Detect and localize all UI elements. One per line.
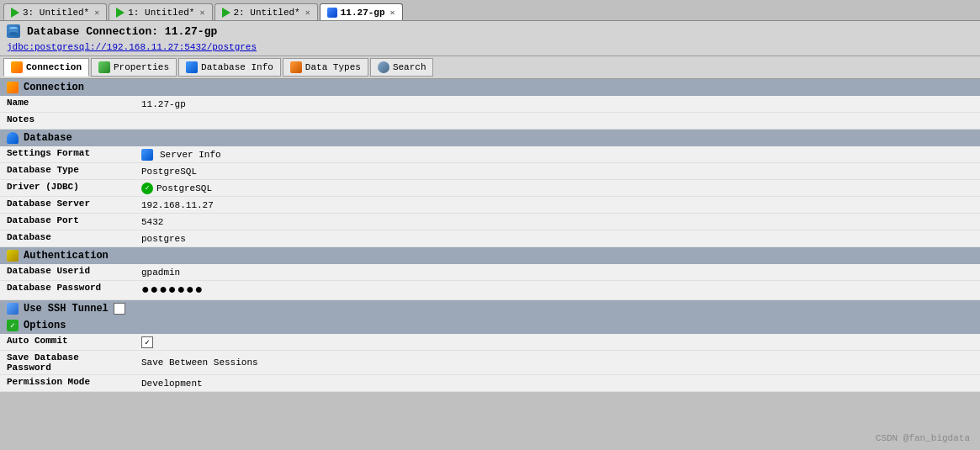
nav-tab-data-types[interactable]: Data Types	[283, 58, 368, 77]
tab-3-icon	[11, 8, 19, 18]
auto-commit-row: Auto Commit ✓	[0, 334, 980, 351]
password-dots: ●●●●●●●	[141, 283, 204, 298]
auth-section-title: Authentication	[24, 250, 109, 262]
db-connection-icon	[7, 24, 20, 38]
permission-mode-value: Development	[135, 375, 980, 391]
options-section-header: ✓ Options	[0, 317, 980, 334]
notes-row: Notes	[0, 113, 980, 130]
options-section-icon: ✓	[7, 320, 19, 331]
svg-point-2	[9, 32, 18, 35]
watermark: CSDN @fan_bigdata	[876, 433, 970, 443]
auto-commit-value: ✓	[135, 334, 980, 350]
db-port-row: Database Port 5432	[0, 214, 980, 230]
userid-label: Database Userid	[0, 264, 135, 280]
auto-commit-label: Auto Commit	[0, 334, 135, 350]
auth-section-header: Authentication	[0, 247, 980, 264]
settings-format-value: Server Info	[135, 146, 980, 162]
settings-format-label: Settings Format	[0, 146, 135, 162]
save-password-value: Save Between Sessions	[135, 351, 980, 374]
tab-active-label: 11.27-gp	[341, 8, 385, 18]
password-value: ●●●●●●●	[135, 281, 980, 299]
settings-format-row: Settings Format Server Info	[0, 146, 980, 163]
properties-nav-icon	[98, 61, 110, 73]
name-value: 11.27-gp	[135, 96, 980, 112]
driver-row: Driver (JDBC) ✓ PostgreSQL	[0, 180, 980, 197]
notes-value	[135, 113, 980, 129]
permission-mode-row: Permission Mode Development	[0, 375, 980, 392]
nav-tab-properties[interactable]: Properties	[91, 58, 177, 77]
userid-row: Database Userid gpadmin	[0, 264, 980, 281]
driver-text: PostgreSQL	[156, 183, 212, 193]
save-password-row: Save Database Password Save Between Sess…	[0, 351, 980, 375]
ssh-tunnel-checkbox[interactable]	[114, 303, 125, 315]
nav-tab-database-info[interactable]: Database Info	[178, 58, 281, 77]
tab-11-27-gp[interactable]: 11.27-gp ✕	[320, 3, 403, 20]
database-section-title: Database	[24, 132, 72, 144]
connection-section-title: Connection	[24, 82, 84, 93]
tab-3-close[interactable]: ✕	[94, 8, 99, 18]
tab-1-label: 1: Untitled*	[128, 8, 194, 18]
db-server-row: Database Server 192.168.11.27	[0, 197, 980, 214]
nav-tab-data-types-label: Data Types	[305, 62, 361, 72]
database-section-header: Database	[0, 130, 980, 146]
database-type-label: Database Type	[0, 163, 135, 179]
tab-1-close[interactable]: ✕	[199, 8, 204, 18]
search-nav-icon	[378, 61, 389, 73]
tab-2-untitled[interactable]: 2: Untitled* ✕	[215, 3, 318, 20]
database-value: postgres	[135, 230, 980, 246]
tab-active-close[interactable]: ✕	[390, 8, 395, 18]
nav-tab-connection-label: Connection	[26, 62, 82, 72]
server-info-icon	[141, 149, 153, 161]
server-info-text: Server Info	[160, 150, 221, 160]
database-section-icon	[7, 132, 19, 144]
nav-tab-search[interactable]: Search	[370, 58, 434, 77]
connection-nav-icon	[11, 61, 23, 73]
auto-commit-checkbox[interactable]: ✓	[141, 336, 153, 348]
password-row: Database Password ●●●●●●●	[0, 281, 980, 300]
nav-tabs: Connection Properties Database Info Data…	[0, 56, 980, 79]
db-port-value: 5432	[135, 214, 980, 230]
tab-bar: 3: Untitled* ✕ 1: Untitled* ✕ 2: Untitle…	[0, 0, 980, 20]
database-label: Database	[0, 230, 135, 246]
tab-3-label: 3: Untitled*	[23, 8, 89, 18]
tab-2-icon	[222, 8, 230, 18]
tab-2-label: 2: Untitled*	[234, 8, 300, 18]
nav-tab-database-info-label: Database Info	[201, 62, 273, 72]
driver-check-icon: ✓	[141, 183, 153, 194]
nav-tab-search-label: Search	[393, 62, 426, 72]
db-port-label: Database Port	[0, 214, 135, 230]
db-server-label: Database Server	[0, 197, 135, 213]
auth-section-icon	[7, 250, 19, 262]
save-password-label: Save Database Password	[0, 351, 135, 374]
tab-active-icon	[327, 8, 337, 18]
database-info-nav-icon	[186, 61, 198, 73]
ssh-section-header: Use SSH Tunnel	[0, 300, 980, 317]
tab-3-untitled[interactable]: 3: Untitled* ✕	[3, 3, 107, 20]
connection-subtitle: jdbc:postgresql://192.168.11.27:5432/pos…	[0, 41, 980, 56]
notes-label: Notes	[0, 113, 135, 129]
connection-section-header: Connection	[0, 79, 980, 96]
password-label: Database Password	[0, 281, 135, 299]
driver-label: Driver (JDBC)	[0, 180, 135, 196]
database-type-row: Database Type PostgreSQL	[0, 163, 980, 180]
ssh-section-title: Use SSH Tunnel	[24, 303, 109, 315]
connection-title: Database Connection: 11.27-gp	[27, 25, 217, 38]
title-bar: Database Connection: 11.27-gp	[0, 20, 980, 41]
connection-section-icon	[7, 82, 19, 93]
ssh-section-icon	[7, 303, 19, 315]
permission-mode-label: Permission Mode	[0, 375, 135, 391]
database-row: Database postgres	[0, 230, 980, 247]
name-label: Name	[0, 96, 135, 112]
driver-value: ✓ PostgreSQL	[135, 180, 980, 196]
data-types-nav-icon	[290, 61, 302, 73]
options-section-title: Options	[24, 320, 66, 331]
tab-2-close[interactable]: ✕	[305, 8, 310, 18]
main-content: Connection Name 11.27-gp Notes Database …	[0, 79, 980, 392]
database-type-value: PostgreSQL	[135, 163, 980, 179]
nav-tab-connection[interactable]: Connection	[3, 58, 89, 77]
nav-tab-properties-label: Properties	[114, 62, 169, 72]
tab-1-icon	[116, 8, 124, 18]
db-server-value: 192.168.11.27	[135, 197, 980, 213]
name-row: Name 11.27-gp	[0, 96, 980, 113]
tab-1-untitled[interactable]: 1: Untitled* ✕	[109, 3, 212, 20]
